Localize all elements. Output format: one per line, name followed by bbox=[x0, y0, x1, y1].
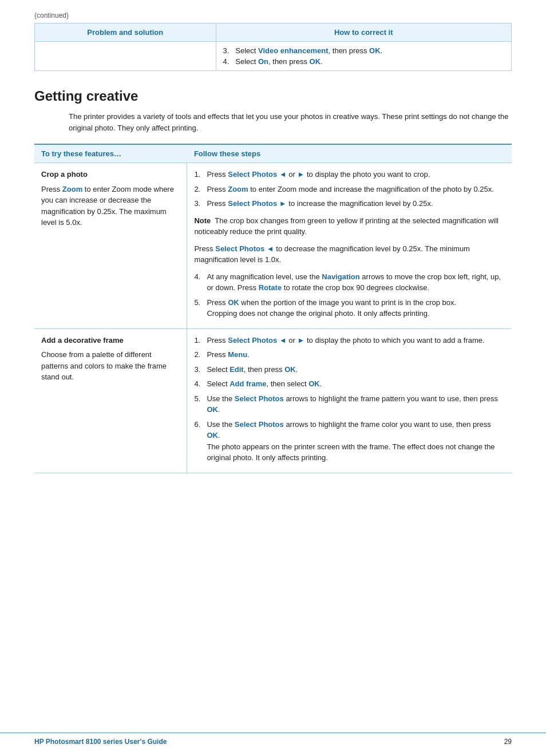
step4-num: 4. bbox=[223, 57, 234, 66]
table-row-frame: Add a decorative frame Choose from a pal… bbox=[34, 328, 512, 473]
crop-steps-list2: 4. At any magnification level, use the N… bbox=[194, 271, 505, 319]
top-table-cell-solution: 3. Select Video enhancement, then press … bbox=[216, 42, 511, 71]
frame-step-5: 5. Use the Select Photos arrows to highl… bbox=[194, 393, 505, 415]
zoom-link2: Zoom bbox=[228, 185, 248, 193]
edit-link: Edit bbox=[230, 365, 244, 374]
crop-steps-list: 1. Press Select Photos ◄ or ► to display… bbox=[194, 169, 505, 209]
continued-label: (continued) bbox=[34, 11, 512, 19]
step3-text: Select Video enhancement, then press OK. bbox=[235, 46, 382, 55]
crop-note: Note The crop box changes from green to … bbox=[194, 215, 505, 238]
select-photos-link2: Select Photos bbox=[228, 199, 277, 208]
frame-steps-list: 1. Press Select Photos ◄ or ► to display… bbox=[194, 335, 505, 464]
frame-steps-cell: 1. Press Select Photos ◄ or ► to display… bbox=[187, 328, 512, 473]
crop-title: Crop a photo bbox=[41, 169, 180, 180]
ok-link1: OK bbox=[369, 46, 381, 55]
ok-link7: OK bbox=[207, 431, 218, 440]
section-intro: The printer provides a variety of tools … bbox=[69, 111, 512, 133]
ok-link5: OK bbox=[308, 379, 320, 388]
ok-link2: OK bbox=[310, 57, 321, 66]
zoom-link1: Zoom bbox=[62, 185, 82, 193]
select-photos-link6: Select Photos bbox=[235, 420, 284, 429]
footer: HP Photosmart 8100 series User's Guide 2… bbox=[0, 733, 546, 746]
menu-link: Menu bbox=[228, 350, 247, 359]
top-table-cell-problem bbox=[35, 42, 216, 71]
crop-desc: Press Zoom to enter Zoom mode where you … bbox=[41, 184, 180, 228]
frame-step-6: 6. Use the Select Photos arrows to highl… bbox=[194, 419, 505, 464]
footer-product: HP Photosmart 8100 series User's Guide bbox=[34, 738, 167, 746]
crop-para: Press Select Photos ◄ to decrease the ma… bbox=[194, 243, 505, 266]
features-header-follow: Follow these steps bbox=[187, 144, 512, 163]
top-table-header-solution: How to correct it bbox=[216, 23, 511, 42]
crop-step-5: 5. Press OK when the portion of the imag… bbox=[194, 297, 505, 319]
getting-creative-title: Getting creative bbox=[34, 88, 512, 104]
frame-step-4: 4. Select Add frame, then select OK. bbox=[194, 378, 505, 390]
select-photos-link3: Select Photos bbox=[215, 244, 264, 253]
select-photos-link5: Select Photos bbox=[235, 394, 284, 403]
on-link: On bbox=[258, 57, 268, 66]
crop-step-3: 3. Press Select Photos ► to increase the… bbox=[194, 198, 505, 209]
table-row-crop: Crop a photo Press Zoom to enter Zoom mo… bbox=[34, 163, 512, 329]
rotate-link: Rotate bbox=[259, 283, 282, 292]
frame-step-1: 1. Press Select Photos ◄ or ► to display… bbox=[194, 335, 505, 346]
features-header-try: To try these features… bbox=[34, 144, 187, 163]
ok-link3: OK bbox=[228, 298, 239, 307]
page: (continued) Problem and solution How to … bbox=[0, 0, 546, 756]
frame-step-3: 3. Select Edit, then press OK. bbox=[194, 364, 505, 375]
crop-step-4: 4. At any magnification level, use the N… bbox=[194, 271, 505, 294]
step4-text: Select On, then press OK. bbox=[235, 57, 322, 66]
footer-page: 29 bbox=[504, 738, 512, 746]
select-photos-link4: Select Photos bbox=[228, 336, 277, 345]
top-table: Problem and solution How to correct it 3… bbox=[34, 23, 512, 71]
add-frame-link: Add frame bbox=[230, 379, 266, 388]
crop-step-2: 2. Press Zoom to enter Zoom mode and inc… bbox=[194, 184, 505, 195]
select-photos-link1: Select Photos bbox=[228, 170, 277, 179]
step3-num: 3. bbox=[223, 46, 234, 55]
frame-title: Add a decorative frame bbox=[41, 335, 180, 346]
frame-step-2: 2. Press Menu. bbox=[194, 349, 505, 361]
ok-link4: OK bbox=[284, 365, 296, 374]
video-enhancement-link: Video enhancement bbox=[258, 46, 329, 55]
crop-feature-cell: Crop a photo Press Zoom to enter Zoom mo… bbox=[34, 163, 187, 329]
crop-step-1: 1. Press Select Photos ◄ or ► to display… bbox=[194, 169, 505, 180]
frame-feature-cell: Add a decorative frame Choose from a pal… bbox=[34, 328, 187, 473]
top-table-header-problem: Problem and solution bbox=[35, 23, 216, 42]
crop-steps-cell: 1. Press Select Photos ◄ or ► to display… bbox=[187, 163, 512, 329]
navigation-link: Navigation bbox=[322, 272, 359, 281]
frame-desc: Choose from a palette of different patte… bbox=[41, 349, 180, 383]
ok-link6: OK bbox=[207, 405, 218, 414]
features-table: To try these features… Follow these step… bbox=[34, 144, 512, 473]
